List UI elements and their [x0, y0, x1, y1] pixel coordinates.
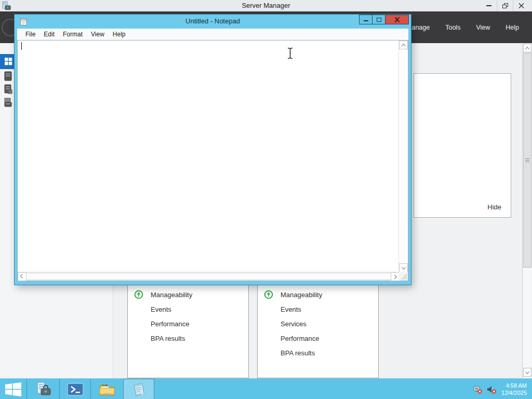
tile-row-label: Events — [151, 305, 171, 313]
menu-help[interactable]: Help — [109, 31, 130, 38]
desktop: Server Manager Manage Tools View Help — [0, 0, 532, 399]
notification-panel: Hide — [414, 73, 511, 218]
tile-row-label: BPA results — [281, 349, 315, 357]
tile-row-services[interactable]: Services — [258, 316, 378, 331]
server-manager-menus: Manage Tools View Help — [398, 11, 527, 43]
taskbar-notepad-button[interactable] — [123, 379, 154, 399]
menu-view[interactable]: View — [468, 11, 498, 43]
menu-view[interactable]: View — [87, 31, 109, 38]
minimize-icon — [364, 20, 368, 21]
taskbar-clock[interactable]: 4:58 AM 12/4/2025 — [501, 382, 527, 396]
scroll-left-button[interactable] — [18, 272, 26, 281]
np-minimize-button[interactable] — [359, 15, 372, 24]
servers-group-icon[interactable] — [4, 84, 13, 95]
notepad-window: Untitled - Notepad File Edit Format View… — [15, 15, 411, 285]
chevron-up-icon — [401, 44, 405, 48]
tile-row-label: BPA results — [151, 335, 185, 342]
clock-time: 4:58 AM — [506, 382, 527, 389]
network-status-icon[interactable] — [473, 385, 482, 394]
menu-help[interactable]: Help — [498, 11, 527, 43]
clock-date: 12/4/2025 — [501, 389, 527, 396]
notepad-window-title: Untitled - Notepad — [15, 15, 411, 29]
np-horizontal-scrollbar[interactable] — [18, 272, 400, 281]
text-caret — [21, 42, 22, 50]
start-button[interactable] — [0, 379, 27, 399]
chevron-down-icon — [401, 265, 405, 269]
np-maximize-button[interactable] — [372, 15, 385, 24]
notepad-menubar: File Edit Format View Help — [17, 29, 408, 40]
chevron-right-icon — [392, 274, 396, 278]
windows-logo-icon — [5, 382, 21, 396]
close-icon — [518, 3, 524, 8]
tile-row-label: Performance — [281, 335, 319, 342]
restore-icon — [502, 3, 508, 8]
tile-row-label: Services — [281, 320, 307, 328]
sm-vertical-scrollbar[interactable] — [522, 43, 531, 378]
taskbar-server-manager-button[interactable] — [27, 379, 60, 399]
tile-row-label: Manageability — [281, 291, 322, 299]
storage-services-icon[interactable] — [4, 97, 13, 108]
notepad-titlebar[interactable]: Untitled - Notepad — [15, 15, 411, 29]
server-manager-titlebar: Server Manager — [0, 0, 532, 11]
chevron-left-icon — [20, 274, 24, 278]
scroll-down-button[interactable] — [523, 368, 531, 377]
hide-button[interactable]: Hide — [487, 203, 501, 211]
resize-grip[interactable] — [398, 272, 408, 281]
scroll-up-button[interactable] — [399, 41, 408, 49]
tile-row-bpa-results[interactable]: BPA results — [128, 331, 248, 345]
menu-edit[interactable]: Edit — [39, 31, 59, 38]
mouse-cursor-ibeam — [287, 47, 294, 59]
file-explorer-icon — [99, 382, 115, 396]
server-icon[interactable] — [4, 71, 13, 82]
server-manager-window-title: Server Manager — [0, 0, 532, 11]
minimize-icon — [486, 5, 491, 6]
menu-format[interactable]: Format — [59, 31, 87, 38]
dashboard-tiles-icon — [4, 57, 13, 66]
tile-row-label: Events — [281, 305, 301, 313]
role-tile-left: Manageability Events Performance BPA res… — [127, 275, 249, 378]
chevron-up-icon — [525, 47, 529, 51]
tile-row-performance[interactable]: Performance — [128, 316, 248, 331]
tile-row-bpa-results[interactable]: BPA results — [258, 345, 378, 360]
scroll-down-button[interactable] — [399, 263, 408, 272]
system-tray: 4:58 AM 12/4/2025 — [473, 379, 532, 399]
server-manager-icon — [34, 381, 52, 397]
sm-close-button[interactable] — [513, 0, 529, 11]
sm-restore-button[interactable] — [497, 0, 513, 11]
notepad-text-area[interactable] — [17, 40, 408, 281]
tile-row-events[interactable]: Events — [258, 302, 378, 316]
tile-row-performance[interactable]: Performance — [258, 331, 378, 345]
chevron-down-icon — [525, 369, 529, 374]
close-icon — [394, 17, 400, 22]
hscrollbar-thumb[interactable] — [26, 273, 391, 280]
powershell-icon — [67, 382, 84, 396]
sm-minimize-button[interactable] — [481, 0, 497, 11]
volume-muted-icon[interactable] — [487, 385, 497, 394]
maximize-icon — [377, 18, 381, 22]
tile-row-events[interactable]: Events — [128, 302, 248, 316]
notepad-icon — [131, 382, 147, 397]
tile-row-label: Manageability — [151, 291, 192, 299]
scroll-up-button[interactable] — [523, 44, 531, 52]
tile-row-label: Performance — [151, 320, 189, 328]
taskbar-file-explorer-button[interactable] — [91, 379, 123, 399]
status-up-icon — [264, 290, 273, 299]
np-close-button[interactable] — [385, 15, 409, 24]
menu-tools[interactable]: Tools — [437, 11, 468, 43]
scrollbar-thumb[interactable] — [523, 53, 531, 268]
taskbar: 4:58 AM 12/4/2025 — [0, 378, 532, 399]
tile-row-manageability[interactable]: Manageability — [128, 287, 248, 302]
tile-row-manageability[interactable]: Manageability — [258, 287, 378, 302]
np-vertical-scrollbar[interactable] — [398, 41, 408, 272]
status-up-icon — [134, 290, 143, 299]
taskbar-powershell-button[interactable] — [60, 379, 91, 399]
menu-file[interactable]: File — [21, 31, 39, 38]
role-tile-right: Manageability Events Services Performanc… — [257, 275, 379, 378]
